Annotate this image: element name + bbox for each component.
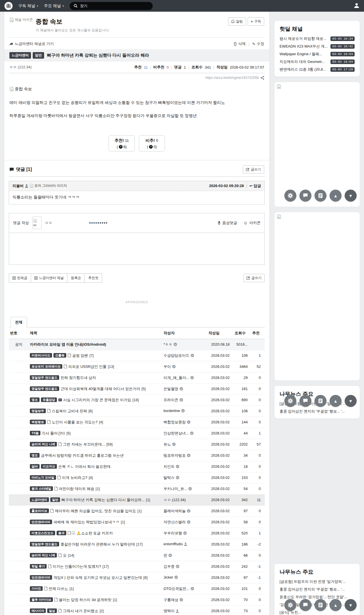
table-row[interactable]: 마비노기 모바일이게 뉴비라고?[4] 발탁스 2026.03.02 153 0	[9, 472, 265, 483]
news-link[interactable]: 홍콩 집어삼킨 젠지의 '무결점' 행보... '...	[280, 587, 355, 592]
row-author[interactable]: 백합정보원장	[162, 417, 207, 428]
row-author[interactable]: 유노	[162, 439, 207, 450]
voice-comment-button[interactable]: 음성댓글	[218, 220, 237, 226]
emoticon-button[interactable]: ☺ 아카콘	[243, 220, 260, 226]
search-input[interactable]	[80, 4, 149, 8]
row-author[interactable]: ㅇㅇ (122.34)	[162, 494, 207, 505]
category-badge[interactable]: 명일방주	[30, 409, 46, 413]
delete-post-button[interactable]: 삭제	[233, 41, 246, 46]
notice-row[interactable]: 공지 아카라이브 모바일 앱 이용 안내(iOS/Android) *ㅎㅎ 20…	[9, 339, 265, 350]
settings-button[interactable]	[284, 599, 296, 611]
category-badge[interactable]: 명일방주 엔드필드	[30, 375, 59, 380]
post-author[interactable]: ㅇㅇ (122.34)	[9, 65, 32, 70]
post-title-link[interactable]: 제아무리 예쁜 의상을 입어도, 멋진 의상을 입어도	[55, 509, 136, 513]
row-author[interactable]: 수금담당로이드	[162, 350, 207, 361]
write-post-button[interactable]: 글쓰기	[243, 274, 265, 282]
post-title-link[interactable]: 글썹 업밴	[72, 353, 88, 358]
reply-button[interactable]: ↩ 답글	[249, 183, 261, 188]
post-title-link[interactable]: 금주에서 방랑자랑 카드겜 하려고 홀로그램 쓰는년	[41, 453, 124, 458]
post-title-link[interactable]: 진짜 찾기힘드네 상자	[61, 376, 96, 380]
row-author[interactable]: Jicker	[162, 572, 207, 583]
scroll-bottom-button[interactable]: ▼	[345, 599, 357, 611]
scroll-bottom-button[interactable]: ▼	[345, 395, 357, 407]
post-title-link[interactable]: 게임X ) 던파 숙제 포기하고 부모님 모시고 일본갔는데	[53, 575, 142, 580]
category-badge[interactable]: 명일방주 엔드필드	[30, 542, 59, 546]
news-link[interactable]: [글로컬] 트럼프의 이란 전쟁 '일거양득'...	[280, 579, 355, 584]
table-row[interactable]: 핫딜 후기이거는 안들어가는게 맞겠지?[17] 김우중 2026.03.02 …	[9, 561, 265, 572]
post-title-link[interactable]: 오	[63, 553, 67, 557]
channel-title[interactable]: 종합 속보	[36, 17, 109, 26]
category-badge[interactable]: 이모저모	[41, 464, 57, 469]
row-author[interactable]: 김우중	[162, 561, 207, 572]
post-title-link[interactable]: 노인이 사물을 보는 각도는?	[52, 420, 98, 424]
post-list-button[interactable]	[315, 395, 326, 407]
table-row[interactable]: TS물긱사 들어간다[5] 안상한면상녀... 2026.03.02 44 1	[9, 428, 265, 439]
tab-all[interactable]: 전체	[11, 317, 27, 327]
row-author[interactable]: 은빛월명	[162, 383, 207, 394]
post-title-link[interactable]: 언제 다쓰노	[49, 587, 68, 591]
hotdeal-link[interactable]: EWEADN X23 MAX무선 게...	[280, 44, 329, 49]
sort-button[interactable]: 등록순	[67, 273, 85, 283]
category-badge[interactable]: 승리의 여신 니케	[30, 553, 57, 557]
row-author[interactable]: 우우리넷짱	[162, 528, 207, 539]
row-author[interactable]: 치인트	[162, 461, 207, 472]
category-badge[interactable]: 명조	[30, 397, 40, 402]
post-title-link[interactable]: 그런 자세는 부끄러운데...	[63, 442, 105, 446]
write-comment-button[interactable]: 글쓰기	[243, 165, 264, 174]
category-badge[interactable]: 핫딜 후기	[30, 564, 47, 569]
row-author[interactable]: 우이	[162, 361, 207, 372]
post-list-button[interactable]	[315, 190, 326, 202]
row-author[interactable]: 우키나미_유...	[162, 483, 207, 494]
table-row[interactable]: 명일방주스킬북이 고비네 진짜[6] borderline 2026.03.02…	[9, 405, 265, 417]
row-author[interactable]: 자연산스텔라	[162, 516, 207, 528]
subscribe-button[interactable]: + 구독	[248, 17, 264, 26]
category-badge[interactable]: 메사이야	[30, 608, 46, 613]
user-menu[interactable]	[354, 3, 359, 9]
row-author[interactable]: 플레어색하늘	[162, 505, 207, 516]
password-field[interactable]: •••••••••	[89, 220, 108, 225]
post-title-link[interactable]: 좆같은거랑 어려운거 관련해서 누가 말하던데	[61, 542, 135, 546]
category-badge[interactable]: 유출잡담	[41, 397, 57, 402]
category-badge[interactable]: 건틀렛	[53, 353, 66, 358]
upvote-button[interactable]: 추천! 11 (? 6)	[109, 135, 135, 151]
comment-input[interactable]	[9, 233, 264, 265]
category-badge[interactable]: 마비노기 모바일	[30, 475, 56, 480]
post-title-link[interactable]: 스킬북이 고비네 진짜	[52, 409, 87, 413]
table-row[interactable]: 블루 아카이브블아는 당정 하스미 3d 공개하랏[1] 구룡채성 2026.0…	[9, 594, 265, 605]
post-title-link[interactable]: 의외로 USSR급인 인물	[68, 364, 106, 369]
row-author[interactable]: borderline	[162, 405, 207, 417]
post-title-link[interactable]: 사실 시그리카의 가장 큰 문제점은 이거임	[63, 398, 131, 402]
recent-comments-button[interactable]	[299, 395, 311, 407]
settings-button[interactable]	[284, 395, 296, 407]
table-row[interactable]: 미호요스킨모드붕괴🙏소소한 토글 카프카 우우리넷짱 2026.03.02 52…	[9, 528, 265, 539]
table-row[interactable]: 던전앤파이터새벽에 뭐 재미있는 떡밥있었나보네ㅋㅋ[1] 자연산스텔라 202…	[9, 516, 265, 528]
hotdeal-link[interactable]: 지오메트리 대쉬 Geometr...	[280, 59, 329, 64]
category-badge[interactable]: 카운터사이드	[30, 353, 52, 358]
recent-comments-button[interactable]	[299, 190, 311, 202]
post-title-link[interactable]: 새벽에 뭐 재미있는 떡밥있었나보네ㅋㅋ	[53, 520, 119, 524]
category-badge[interactable]: 일섭	[47, 608, 57, 613]
category-badge[interactable]: 명조	[30, 453, 40, 458]
post-title-link[interactable]: 손목 ㅈㄴ 아파서 퇴사 필요한데.	[58, 464, 111, 469]
table-row[interactable]: 벽람항로노인이 사물을 보는 각도는?[4] 백합정보원장 2026.03.02…	[9, 417, 265, 428]
nav-subscribed-channels[interactable]: 구독 채널 ▾	[18, 3, 38, 9]
row-author[interactable]: OTO요격및전...	[162, 583, 207, 594]
post-url[interactable]: https://arca.live/b/ngme/163742556	[206, 76, 259, 80]
post-title-link[interactable]: 긱사 들어간다	[42, 431, 65, 435]
category-badge[interactable]: 일반	[50, 497, 60, 502]
category-badge[interactable]: 붕괴 스타레일	[30, 486, 53, 491]
table-row[interactable]: 가이진언제 다쓰노[1] OTO요격및전... 2026.03.02 101 0	[9, 583, 265, 594]
table-row[interactable]: 카운터사이드건틀렛글썹 업밴[7] 수금담당로이드 2026.03.02 106…	[9, 350, 265, 361]
edit-post-button[interactable]: ✎ 수정	[252, 41, 264, 46]
scroll-top-button[interactable]: ▲	[330, 395, 342, 407]
table-row[interactable]: 명일방주 엔드필드근데 이성회복제 40몇개를 대체 어디서 얻은거야[5] 은…	[9, 383, 265, 394]
hotdeal-link[interactable]: 펩시 제로슈거 라임향 제로...	[280, 36, 329, 41]
table-row[interactable]: 홀로라이브제아무리 예쁜 의상을 입어도, 멋진 의상을 입어도[1] 플레어색…	[9, 505, 265, 516]
post-list-button[interactable]	[315, 599, 326, 611]
post-title-link[interactable]: 뼈구야 하마년 카톡 강퇴는 심했다 다시 들어오라...	[61, 498, 145, 502]
post-title-link[interactable]: 이거는 안들어가는게 맞겠지?	[53, 564, 101, 569]
table-row[interactable]: 던전앤파이터게임X ) 던파 숙제 포기하고 부모님 모시고 일본갔는데[8] …	[9, 572, 265, 583]
table-row[interactable]: 명일방주 엔드필드좆같은거랑 어려운거 관련해서 누가 말하던데[17] enl…	[9, 539, 265, 550]
row-author[interactable]: 프라이즌	[162, 394, 207, 405]
category-badge[interactable]: 승리의 여신 니케	[30, 442, 57, 446]
